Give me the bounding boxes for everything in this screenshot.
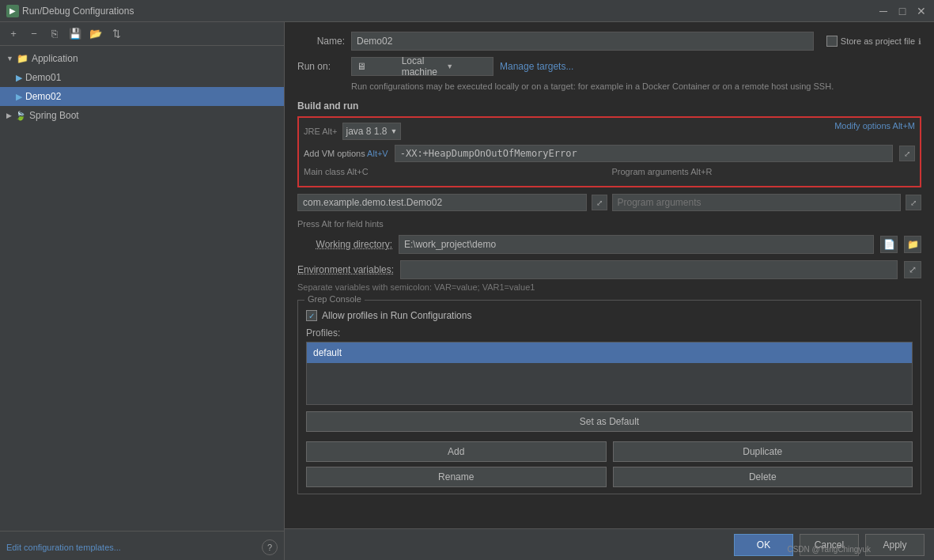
bottom-bar: OK Cancel Apply — [285, 528, 934, 560]
vm-options-row: Add VM options Alt+V ⤢ — [304, 145, 915, 162]
add-profile-button[interactable]: Add — [306, 441, 607, 462]
add-duplicate-row: Add Duplicate — [306, 441, 913, 462]
program-arguments-input[interactable] — [612, 194, 902, 211]
prog-args-expand-button[interactable]: ⤢ — [906, 195, 921, 210]
minimize-button[interactable]: ─ — [877, 5, 890, 17]
main-class-input[interactable] — [297, 194, 587, 211]
app-icon: ▶ — [6, 5, 19, 17]
run-on-dropdown[interactable]: 🖥 Local machine ▼ — [351, 57, 493, 76]
form-area: Name: Store as project file ℹ Run on: 🖥 … — [285, 22, 934, 528]
open-folder-button[interactable]: 📂 — [87, 25, 104, 43]
tree-group-label: Spring Boot — [29, 110, 79, 121]
jre-value: java 8 1.8 — [346, 126, 388, 137]
grep-console-section: Grep Console Allow profiles in Run Confi… — [297, 300, 921, 494]
folder-icon: 📁 — [17, 53, 28, 64]
store-as-project-area: Store as project file ℹ — [826, 36, 921, 47]
set-as-default-button[interactable]: Set as Default — [306, 411, 913, 432]
left-bottom: Edit configuration templates... ? — [0, 531, 284, 560]
profiles-label: Profiles: — [306, 327, 913, 339]
tree-item-demo02[interactable]: ▶ Demo02 — [0, 87, 284, 106]
title-bar-controls: ─ □ ✕ — [877, 5, 928, 17]
add-config-button[interactable]: + — [5, 25, 22, 43]
name-label: Name: — [297, 36, 345, 47]
working-dir-label: Working directory: — [297, 239, 392, 250]
jre-row: JRE Alt+ java 8 1.8 ▼ — [304, 123, 915, 140]
profile-empty-slot — [307, 363, 912, 384]
info-icon: ℹ — [918, 37, 921, 46]
left-toolbar: + − ⎘ 💾 📂 ⇅ — [0, 22, 284, 46]
vm-options-input[interactable] — [395, 145, 893, 162]
rename-profile-button[interactable]: Rename — [306, 467, 607, 487]
sort-button[interactable]: ⇅ — [108, 25, 125, 43]
main-class-expand-button[interactable]: ⤢ — [592, 195, 607, 210]
run-on-row: Run on: 🖥 Local machine ▼ Manage targets… — [297, 57, 921, 76]
store-label: Store as project file — [841, 36, 915, 46]
vm-expand-button[interactable]: ⤢ — [899, 146, 915, 161]
vm-options-highlighted-box: Modify options Alt+M JRE Alt+ java 8 1.8… — [297, 116, 921, 187]
profile-item-default[interactable]: default — [307, 342, 912, 363]
run-on-icon: 🖥 — [357, 61, 399, 72]
inputs-row: ⤢ ⤢ — [297, 194, 921, 211]
env-vars-hint: Separate variables with semicolon: VAR=v… — [297, 282, 921, 292]
manage-targets-link[interactable]: Manage targets... — [500, 61, 573, 72]
env-vars-row: Environment variables: ⤢ — [297, 260, 921, 279]
tree-group-springboot[interactable]: ▶ 🍃 Spring Boot — [0, 106, 284, 125]
main-layout: + − ⎘ 💾 📂 ⇅ ▼ 📁 Application ▶ Demo01 ▶ D… — [0, 22, 934, 560]
program-args-col: Program arguments Alt+R — [612, 167, 916, 176]
dialog-title: Run/Debug Configurations — [22, 6, 134, 17]
env-vars-input[interactable] — [400, 260, 898, 279]
maximize-button[interactable]: □ — [896, 5, 909, 17]
jre-label: JRE Alt+ — [304, 127, 338, 136]
tree-group-application[interactable]: ▼ 📁 Application — [0, 49, 284, 68]
tree-item-label: Demo01 — [25, 72, 61, 83]
allow-profiles-row: Allow profiles in Run Configurations — [306, 310, 913, 321]
tree-item-label: Demo02 — [25, 91, 61, 102]
main-class-program-args-row: Main class Alt+C Program arguments Alt+R — [304, 167, 915, 176]
program-args-label: Program arguments Alt+R — [612, 167, 713, 176]
grep-console-title: Grep Console — [304, 294, 365, 304]
remove-config-button[interactable]: − — [25, 25, 43, 43]
duplicate-profile-button[interactable]: Duplicate — [613, 441, 913, 462]
working-dir-input[interactable] — [399, 235, 874, 254]
main-class-input-col: ⤢ — [297, 194, 607, 211]
build-run-title: Build and run — [297, 100, 921, 112]
modify-options-link[interactable]: Modify options Alt+M — [834, 121, 915, 131]
save-config-button[interactable]: 💾 — [66, 25, 84, 43]
main-class-col: Main class Alt+C — [304, 167, 607, 176]
allow-profiles-checkbox[interactable] — [306, 310, 317, 321]
env-vars-label: Environment variables: — [297, 264, 394, 275]
left-bottom-help: Edit configuration templates... ? — [6, 539, 278, 555]
run-on-label: Run on: — [297, 61, 345, 72]
store-as-project-checkbox[interactable] — [826, 36, 838, 47]
add-vm-options-label: Add VM options Alt+V — [304, 149, 388, 158]
watermark: CSDN @YangChingyuk — [787, 545, 871, 554]
close-button[interactable]: ✕ — [915, 5, 928, 17]
right-panel: Name: Store as project file ℹ Run on: 🖥 … — [285, 22, 934, 560]
run-config-icon: ▶ — [16, 92, 22, 102]
tree-item-demo01[interactable]: ▶ Demo01 — [0, 68, 284, 87]
edit-config-templates-link[interactable]: Edit configuration templates... — [6, 543, 121, 552]
press-alt-hint: Press Alt for field hints — [297, 219, 921, 229]
ok-button[interactable]: OK — [734, 534, 793, 556]
title-bar: ▶ Run/Debug Configurations ─ □ ✕ — [0, 0, 934, 22]
working-dir-open-button[interactable]: 📄 — [880, 236, 898, 253]
chevron-right-icon: ▶ — [6, 112, 12, 119]
left-panel: + − ⎘ 💾 📂 ⇅ ▼ 📁 Application ▶ Demo01 ▶ D… — [0, 22, 285, 560]
chevron-down-icon: ▼ — [446, 62, 488, 70]
help-button[interactable]: ? — [262, 539, 278, 555]
name-input[interactable] — [351, 32, 814, 51]
delete-profile-button[interactable]: Delete — [613, 467, 913, 487]
chevron-down-icon: ▼ — [391, 127, 398, 135]
env-vars-expand-button[interactable]: ⤢ — [904, 261, 921, 278]
jre-dropdown[interactable]: java 8 1.8 ▼ — [342, 123, 402, 140]
rename-delete-row: Rename Delete — [306, 467, 913, 487]
apply-button[interactable]: Apply — [865, 534, 925, 556]
working-dir-browse-button[interactable]: 📁 — [904, 236, 921, 253]
run-on-description: Run configurations may be executed local… — [351, 81, 921, 93]
allow-profiles-label: Allow profiles in Run Configurations — [322, 310, 471, 321]
run-on-value: Local machine — [402, 55, 444, 78]
copy-config-button[interactable]: ⎘ — [46, 25, 63, 43]
name-row: Name: Store as project file ℹ — [297, 32, 921, 51]
profiles-list: default — [306, 342, 913, 405]
config-tree: ▼ 📁 Application ▶ Demo01 ▶ Demo02 ▶ 🍃 Sp… — [0, 46, 284, 531]
